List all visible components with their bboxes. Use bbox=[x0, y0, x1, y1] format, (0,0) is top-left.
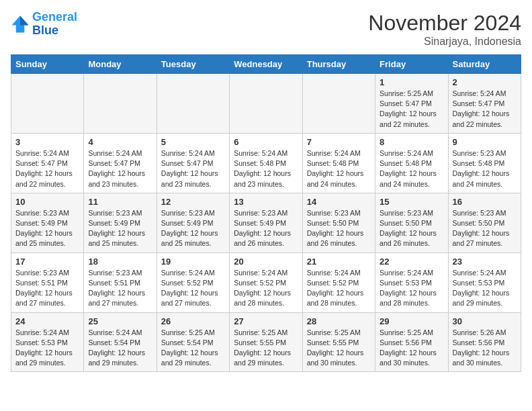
logo: General Blue bbox=[11, 11, 77, 38]
day-info: Sunrise: 5:23 AM Sunset: 5:50 PM Dayligh… bbox=[453, 208, 517, 249]
logo-icon bbox=[11, 15, 30, 34]
calendar-cell: 28Sunrise: 5:25 AM Sunset: 5:55 PM Dayli… bbox=[302, 312, 375, 372]
day-number: 23 bbox=[453, 257, 517, 267]
day-info: Sunrise: 5:23 AM Sunset: 5:50 PM Dayligh… bbox=[380, 208, 443, 249]
calendar-cell: 27Sunrise: 5:25 AM Sunset: 5:55 PM Dayli… bbox=[230, 312, 302, 372]
day-info: Sunrise: 5:24 AM Sunset: 5:54 PM Dayligh… bbox=[88, 328, 152, 369]
day-info: Sunrise: 5:24 AM Sunset: 5:52 PM Dayligh… bbox=[234, 268, 298, 309]
day-number: 26 bbox=[161, 316, 225, 326]
calendar-cell: 10Sunrise: 5:23 AM Sunset: 5:49 PM Dayli… bbox=[11, 193, 84, 253]
day-info: Sunrise: 5:24 AM Sunset: 5:47 PM Dayligh… bbox=[15, 148, 79, 189]
calendar-cell: 21Sunrise: 5:24 AM Sunset: 5:52 PM Dayli… bbox=[302, 253, 375, 312]
day-info: Sunrise: 5:24 AM Sunset: 5:53 PM Dayligh… bbox=[380, 268, 443, 309]
day-info: Sunrise: 5:24 AM Sunset: 5:52 PM Dayligh… bbox=[161, 268, 225, 309]
day-info: Sunrise: 5:24 AM Sunset: 5:47 PM Dayligh… bbox=[161, 148, 225, 189]
day-info: Sunrise: 5:24 AM Sunset: 5:47 PM Dayligh… bbox=[453, 89, 517, 130]
day-number: 22 bbox=[380, 257, 443, 267]
day-number: 30 bbox=[453, 316, 517, 326]
weekday-monday: Monday bbox=[84, 55, 157, 74]
calendar-cell: 24Sunrise: 5:24 AM Sunset: 5:53 PM Dayli… bbox=[11, 312, 84, 372]
day-info: Sunrise: 5:25 AM Sunset: 5:47 PM Dayligh… bbox=[380, 89, 443, 130]
logo-text: General Blue bbox=[32, 11, 77, 38]
day-number: 19 bbox=[161, 257, 225, 267]
calendar-cell: 3Sunrise: 5:24 AM Sunset: 5:47 PM Daylig… bbox=[11, 133, 84, 193]
day-info: Sunrise: 5:24 AM Sunset: 5:53 PM Dayligh… bbox=[15, 328, 79, 369]
day-info: Sunrise: 5:25 AM Sunset: 5:56 PM Dayligh… bbox=[380, 328, 443, 369]
weekday-sunday: Sunday bbox=[11, 55, 84, 74]
day-number: 2 bbox=[453, 77, 517, 87]
calendar-cell: 9Sunrise: 5:23 AM Sunset: 5:48 PM Daylig… bbox=[448, 133, 521, 193]
day-info: Sunrise: 5:23 AM Sunset: 5:51 PM Dayligh… bbox=[88, 268, 152, 309]
week-row-4: 17Sunrise: 5:23 AM Sunset: 5:51 PM Dayli… bbox=[11, 253, 521, 312]
day-number: 10 bbox=[15, 197, 79, 207]
page-header: General Blue November 2024 Sinarjaya, In… bbox=[11, 11, 521, 48]
weekday-friday: Friday bbox=[375, 55, 448, 74]
calendar-cell bbox=[11, 74, 84, 134]
calendar-cell: 8Sunrise: 5:24 AM Sunset: 5:48 PM Daylig… bbox=[375, 133, 448, 193]
day-number: 24 bbox=[15, 316, 79, 326]
day-info: Sunrise: 5:23 AM Sunset: 5:49 PM Dayligh… bbox=[88, 208, 152, 249]
week-row-2: 3Sunrise: 5:24 AM Sunset: 5:47 PM Daylig… bbox=[11, 133, 521, 193]
day-number: 9 bbox=[453, 137, 517, 147]
calendar-cell: 19Sunrise: 5:24 AM Sunset: 5:52 PM Dayli… bbox=[157, 253, 229, 312]
day-number: 5 bbox=[161, 137, 225, 147]
day-number: 18 bbox=[88, 257, 152, 267]
day-number: 28 bbox=[307, 316, 371, 326]
title-section: November 2024 Sinarjaya, Indonesia bbox=[368, 11, 521, 48]
calendar-cell: 12Sunrise: 5:23 AM Sunset: 5:49 PM Dayli… bbox=[157, 193, 229, 253]
week-row-5: 24Sunrise: 5:24 AM Sunset: 5:53 PM Dayli… bbox=[11, 312, 521, 372]
calendar-cell: 1Sunrise: 5:25 AM Sunset: 5:47 PM Daylig… bbox=[375, 74, 448, 134]
day-info: Sunrise: 5:26 AM Sunset: 5:56 PM Dayligh… bbox=[453, 328, 517, 369]
day-number: 1 bbox=[380, 77, 443, 87]
location-subtitle: Sinarjaya, Indonesia bbox=[368, 36, 521, 48]
calendar-cell: 23Sunrise: 5:24 AM Sunset: 5:53 PM Dayli… bbox=[448, 253, 521, 312]
day-info: Sunrise: 5:25 AM Sunset: 5:55 PM Dayligh… bbox=[234, 328, 298, 369]
weekday-tuesday: Tuesday bbox=[157, 55, 229, 74]
day-info: Sunrise: 5:24 AM Sunset: 5:48 PM Dayligh… bbox=[307, 148, 371, 189]
day-info: Sunrise: 5:24 AM Sunset: 5:52 PM Dayligh… bbox=[307, 268, 371, 309]
calendar-cell: 15Sunrise: 5:23 AM Sunset: 5:50 PM Dayli… bbox=[375, 193, 448, 253]
day-number: 17 bbox=[15, 257, 79, 267]
day-info: Sunrise: 5:23 AM Sunset: 5:48 PM Dayligh… bbox=[453, 148, 517, 189]
calendar-cell: 17Sunrise: 5:23 AM Sunset: 5:51 PM Dayli… bbox=[11, 253, 84, 312]
day-number: 8 bbox=[380, 137, 443, 147]
weekday-thursday: Thursday bbox=[302, 55, 375, 74]
calendar-cell: 5Sunrise: 5:24 AM Sunset: 5:47 PM Daylig… bbox=[157, 133, 229, 193]
weekday-saturday: Saturday bbox=[448, 55, 521, 74]
day-info: Sunrise: 5:23 AM Sunset: 5:49 PM Dayligh… bbox=[161, 208, 225, 249]
calendar-cell: 29Sunrise: 5:25 AM Sunset: 5:56 PM Dayli… bbox=[375, 312, 448, 372]
calendar-cell: 25Sunrise: 5:24 AM Sunset: 5:54 PM Dayli… bbox=[84, 312, 157, 372]
week-row-1: 1Sunrise: 5:25 AM Sunset: 5:47 PM Daylig… bbox=[11, 74, 521, 134]
calendar-cell: 7Sunrise: 5:24 AM Sunset: 5:48 PM Daylig… bbox=[302, 133, 375, 193]
calendar-body: 1Sunrise: 5:25 AM Sunset: 5:47 PM Daylig… bbox=[11, 74, 521, 372]
day-number: 16 bbox=[453, 197, 517, 207]
calendar-table: SundayMondayTuesdayWednesdayThursdayFrid… bbox=[11, 54, 521, 372]
calendar-cell bbox=[84, 74, 157, 134]
calendar-header: SundayMondayTuesdayWednesdayThursdayFrid… bbox=[11, 55, 521, 74]
calendar-cell: 13Sunrise: 5:23 AM Sunset: 5:49 PM Dayli… bbox=[230, 193, 302, 253]
day-number: 4 bbox=[88, 137, 152, 147]
day-info: Sunrise: 5:24 AM Sunset: 5:47 PM Dayligh… bbox=[88, 148, 152, 189]
day-info: Sunrise: 5:25 AM Sunset: 5:54 PM Dayligh… bbox=[161, 328, 225, 369]
calendar-cell: 6Sunrise: 5:24 AM Sunset: 5:48 PM Daylig… bbox=[230, 133, 302, 193]
day-number: 11 bbox=[88, 197, 152, 207]
calendar-cell bbox=[230, 74, 302, 134]
calendar-cell: 2Sunrise: 5:24 AM Sunset: 5:47 PM Daylig… bbox=[448, 74, 521, 134]
calendar-cell bbox=[157, 74, 229, 134]
calendar-cell: 4Sunrise: 5:24 AM Sunset: 5:47 PM Daylig… bbox=[84, 133, 157, 193]
day-number: 25 bbox=[88, 316, 152, 326]
weekday-header-row: SundayMondayTuesdayWednesdayThursdayFrid… bbox=[11, 55, 521, 74]
day-number: 13 bbox=[234, 197, 298, 207]
day-number: 27 bbox=[234, 316, 298, 326]
calendar-cell bbox=[302, 74, 375, 134]
day-number: 29 bbox=[380, 316, 443, 326]
day-number: 6 bbox=[234, 137, 298, 147]
calendar-cell: 16Sunrise: 5:23 AM Sunset: 5:50 PM Dayli… bbox=[448, 193, 521, 253]
calendar-cell: 18Sunrise: 5:23 AM Sunset: 5:51 PM Dayli… bbox=[84, 253, 157, 312]
calendar-cell: 30Sunrise: 5:26 AM Sunset: 5:56 PM Dayli… bbox=[448, 312, 521, 372]
weekday-wednesday: Wednesday bbox=[230, 55, 302, 74]
svg-marker-1 bbox=[20, 15, 28, 25]
day-number: 12 bbox=[161, 197, 225, 207]
day-number: 14 bbox=[307, 197, 371, 207]
calendar-cell: 14Sunrise: 5:23 AM Sunset: 5:50 PM Dayli… bbox=[302, 193, 375, 253]
